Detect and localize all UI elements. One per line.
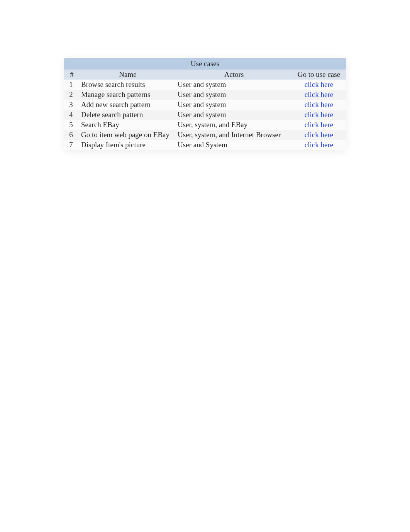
table-header-row: # Name Actors Go to use case xyxy=(64,70,346,80)
cell-link: click here xyxy=(292,80,346,90)
table-row: 4 Delete search pattern User and system … xyxy=(64,110,346,120)
use-cases-table: Use cases # Name Actors Go to use case 1… xyxy=(64,58,346,150)
cell-actors: User and system xyxy=(176,90,292,100)
cell-name: Go to item web page on EBay xyxy=(80,130,176,140)
cell-name: Add new search pattern xyxy=(80,100,176,110)
table-row: 7 Display Item's picture User and System… xyxy=(64,140,346,150)
go-to-use-case-link[interactable]: click here xyxy=(305,90,333,99)
table-row: 6 Go to item web page on EBay User, syst… xyxy=(64,130,346,140)
header-name: Name xyxy=(80,70,176,80)
cell-num: 4 xyxy=(64,110,80,120)
cell-actors: User and system xyxy=(176,100,292,110)
go-to-use-case-link[interactable]: click here xyxy=(305,80,333,88)
go-to-use-case-link[interactable]: click here xyxy=(305,110,333,119)
cell-link: click here xyxy=(292,110,346,120)
go-to-use-case-link[interactable]: click here xyxy=(305,121,333,129)
cell-link: click here xyxy=(292,100,346,110)
cell-actors: User, system, and Internet Browser xyxy=(176,130,292,140)
cell-num: 7 xyxy=(64,140,80,150)
cell-actors: User, system, and EBay xyxy=(176,120,292,130)
table-row: 5 Search EBay User, system, and EBay cli… xyxy=(64,120,346,130)
cell-actors: User and system xyxy=(176,110,292,120)
header-num: # xyxy=(64,70,80,80)
cell-name: Manage search patterns xyxy=(80,90,176,100)
cell-link: click here xyxy=(292,130,346,140)
cell-actors: User and System xyxy=(176,140,292,150)
table-title: Use cases xyxy=(64,58,346,70)
cell-num: 3 xyxy=(64,100,80,110)
table-row: 3 Add new search pattern User and system… xyxy=(64,100,346,110)
cell-name: Browse search results xyxy=(80,80,176,90)
table-body: 1 Browse search results User and system … xyxy=(64,80,346,150)
cell-num: 2 xyxy=(64,90,80,100)
cell-num: 1 xyxy=(64,80,80,90)
table-row: 1 Browse search results User and system … xyxy=(64,80,346,90)
go-to-use-case-link[interactable]: click here xyxy=(305,141,333,149)
cell-link: click here xyxy=(292,120,346,130)
header-link: Go to use case xyxy=(292,70,346,80)
go-to-use-case-link[interactable]: click here xyxy=(305,131,333,139)
header-actors: Actors xyxy=(176,70,292,80)
cell-name: Display Item's picture xyxy=(80,140,176,150)
cell-link: click here xyxy=(292,140,346,150)
go-to-use-case-link[interactable]: click here xyxy=(305,100,333,109)
cell-name: Search EBay xyxy=(80,120,176,130)
cell-actors: User and system xyxy=(176,80,292,90)
cell-name: Delete search pattern xyxy=(80,110,176,120)
table-row: 2 Manage search patterns User and system… xyxy=(64,90,346,100)
cell-num: 6 xyxy=(64,130,80,140)
cell-link: click here xyxy=(292,90,346,100)
cell-num: 5 xyxy=(64,120,80,130)
